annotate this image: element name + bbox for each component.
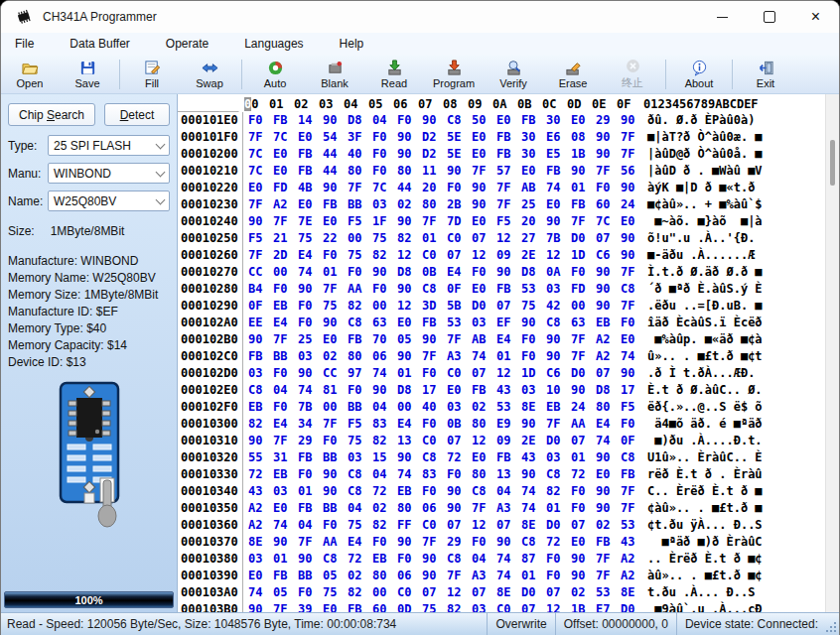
hex-byte-cell[interactable]: E4: [397, 416, 422, 433]
row-ascii[interactable]: ä4■õ äð. é ■ªäð: [647, 416, 763, 433]
hex-byte-cell[interactable]: E0: [472, 146, 496, 163]
row-ascii[interactable]: ¢t.ðu ÿÀ... Ð..S: [647, 517, 763, 534]
hex-byte-cell[interactable]: 75: [323, 584, 348, 601]
blank-button[interactable]: Blank: [305, 60, 364, 89]
hex-byte-cell[interactable]: D8: [521, 264, 546, 281]
hex-byte-cell[interactable]: 13: [397, 433, 422, 449]
hex-byte-cell[interactable]: 80: [397, 163, 422, 180]
hex-byte-cell[interactable]: 7F: [323, 281, 348, 298]
hex-byte-cell[interactable]: 90: [496, 264, 521, 281]
hex-byte-cell[interactable]: 75: [298, 230, 323, 247]
hex-byte-cell[interactable]: CC: [248, 264, 273, 281]
hex-byte-cell[interactable]: A3: [447, 348, 472, 365]
hex-byte-cell[interactable]: FB: [323, 196, 348, 213]
hex-byte-cell[interactable]: 7F: [571, 331, 596, 348]
hex-byte-cell[interactable]: 7F: [248, 129, 273, 146]
hex-byte-cell[interactable]: 44: [397, 180, 422, 196]
hex-byte-cell[interactable]: 0F: [248, 298, 273, 315]
hex-byte-cell[interactable]: 72: [447, 449, 472, 466]
hex-byte-cell[interactable]: 12: [496, 230, 521, 247]
hex-byte-cell[interactable]: 01: [397, 365, 422, 382]
scrollbar-thumb[interactable]: [830, 140, 835, 186]
hex-byte-cell[interactable]: F5: [496, 213, 521, 230]
hex-byte-cell[interactable]: E0: [472, 213, 496, 230]
hex-byte-cell[interactable]: D8: [348, 112, 372, 129]
hex-byte-cell[interactable]: 90: [447, 163, 472, 180]
hex-byte-cell[interactable]: 5B: [447, 298, 472, 315]
hex-byte-cell[interactable]: A2: [248, 500, 273, 517]
hex-byte-cell[interactable]: FD: [273, 180, 298, 196]
hex-byte-cell[interactable]: 72: [571, 466, 596, 483]
hex-byte-cell[interactable]: 90: [422, 112, 447, 129]
hex-byte-cell[interactable]: 12: [546, 601, 571, 612]
hex-byte-cell[interactable]: 03: [298, 348, 323, 365]
hex-byte-cell[interactable]: 75: [348, 247, 372, 264]
hex-byte-cell[interactable]: BB: [348, 196, 372, 213]
hex-byte-cell[interactable]: E0: [273, 146, 298, 163]
row-ascii[interactable]: ðû. Ø.ð ÈPàû0à): [647, 112, 763, 129]
hex-byte-cell[interactable]: E4: [298, 247, 323, 264]
hex-byte-cell[interactable]: F0: [571, 483, 596, 500]
hex-byte-cell[interactable]: 7C: [273, 129, 298, 146]
hex-byte-cell[interactable]: AA: [348, 281, 372, 298]
hex-byte-cell[interactable]: 7F: [621, 146, 645, 163]
hex-byte-cell[interactable]: F0: [273, 365, 298, 382]
hex-byte-cell[interactable]: 7F: [621, 298, 645, 315]
hex-byte-cell[interactable]: 90: [323, 483, 348, 500]
hex-byte-cell[interactable]: 7F: [273, 601, 298, 612]
hex-byte-cell[interactable]: AA: [571, 416, 596, 433]
hex-byte-cell[interactable]: FB: [348, 331, 372, 348]
hex-byte-cell[interactable]: C8: [472, 483, 496, 500]
hex-byte-cell[interactable]: C8: [447, 551, 472, 568]
hex-byte-cell[interactable]: 70: [372, 331, 397, 348]
hex-byte-cell[interactable]: 7F: [472, 163, 496, 180]
hex-byte-cell[interactable]: 8E: [621, 584, 645, 601]
hex-byte-cell[interactable]: F0: [273, 281, 298, 298]
hex-byte-cell[interactable]: 90: [248, 433, 273, 449]
hex-byte-cell[interactable]: 07: [496, 517, 521, 534]
hex-byte-cell[interactable]: 02: [397, 196, 422, 213]
hex-byte-cell[interactable]: 7F: [571, 348, 596, 365]
row-ascii[interactable]: õ!u".u .À..'{Ð.: [647, 230, 763, 247]
hex-byte-cell[interactable]: 90: [472, 196, 496, 213]
hex-byte-cell[interactable]: 50: [472, 112, 496, 129]
hex-byte-cell[interactable]: 03: [472, 601, 496, 612]
hex-byte-cell[interactable]: 01: [546, 500, 571, 517]
hex-byte-cell[interactable]: C0: [422, 517, 447, 534]
hex-byte-cell[interactable]: 90: [422, 331, 447, 348]
row-ascii[interactable]: ■|àT?ð Ò^àû0æ. ■: [647, 129, 763, 146]
hex-byte-cell[interactable]: 00: [397, 399, 422, 416]
hex-byte-cell[interactable]: E4: [348, 534, 372, 551]
hex-byte-cell[interactable]: 54: [323, 129, 348, 146]
hex-byte-cell[interactable]: 04: [496, 483, 521, 500]
hex-byte-cell[interactable]: 80: [472, 416, 496, 433]
hex-byte-cell[interactable]: 72: [248, 466, 273, 483]
hex-byte-cell[interactable]: 74: [621, 348, 645, 365]
hex-byte-cell[interactable]: F0: [248, 112, 273, 129]
hex-byte-cell[interactable]: 1D: [571, 247, 596, 264]
hex-byte-cell[interactable]: C8: [348, 483, 372, 500]
hex-byte-cell[interactable]: 7C: [372, 180, 397, 196]
hex-byte-cell[interactable]: FB: [496, 281, 521, 298]
hex-byte-cell[interactable]: D8: [397, 264, 422, 281]
hex-byte-cell[interactable]: 01: [496, 348, 521, 365]
hex-byte-cell[interactable]: 43: [496, 382, 521, 399]
hex-byte-cell[interactable]: 90: [472, 180, 496, 196]
hex-byte-cell[interactable]: FB: [273, 568, 298, 584]
hex-byte-cell[interactable]: 5E: [447, 129, 472, 146]
hex-byte-cell[interactable]: 05: [323, 568, 348, 584]
exit-button[interactable]: Exit: [736, 60, 795, 89]
hex-byte-cell[interactable]: 12: [397, 247, 422, 264]
open-button[interactable]: Open: [1, 60, 59, 89]
hex-byte-cell[interactable]: AB: [472, 331, 496, 348]
hex-byte-cell[interactable]: C8: [248, 382, 273, 399]
hex-byte-cell[interactable]: 7F: [571, 213, 596, 230]
hex-byte-cell[interactable]: 03: [546, 449, 571, 466]
hex-byte-cell[interactable]: 07: [447, 247, 472, 264]
hex-byte-cell[interactable]: 09: [496, 433, 521, 449]
hex-byte-cell[interactable]: 11: [422, 163, 447, 180]
row-ascii[interactable]: |àûD@ð Ò^àû0å. ■: [647, 146, 763, 163]
hex-byte-cell[interactable]: A2: [273, 196, 298, 213]
hex-byte-cell[interactable]: 63: [571, 315, 596, 331]
hex-byte-cell[interactable]: D0: [571, 365, 596, 382]
